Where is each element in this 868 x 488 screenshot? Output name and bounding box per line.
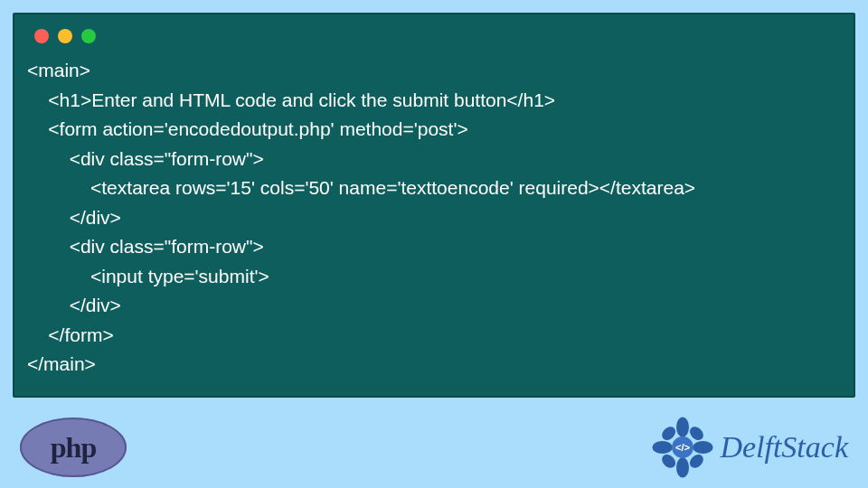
delftstack-badge-icon: </> bbox=[651, 416, 714, 479]
svg-point-2 bbox=[676, 457, 689, 477]
svg-point-3 bbox=[653, 441, 673, 454]
delftstack-badge-text: </> bbox=[675, 442, 691, 453]
delftstack-logo: </> DelftStack bbox=[651, 416, 848, 479]
delftstack-text: DelftStack bbox=[720, 430, 848, 465]
svg-point-4 bbox=[693, 441, 713, 454]
maximize-icon bbox=[81, 29, 96, 43]
close-icon bbox=[34, 29, 49, 43]
code-content: <main> <h1>Enter and HTML code and click… bbox=[27, 56, 841, 380]
php-logo: php bbox=[20, 418, 127, 477]
footer: php bbox=[0, 407, 868, 488]
php-logo-text: php bbox=[51, 431, 96, 465]
minimize-icon bbox=[58, 29, 72, 43]
window-controls bbox=[34, 29, 841, 43]
svg-point-1 bbox=[676, 417, 689, 436]
code-block: <main> <h1>Enter and HTML code and click… bbox=[13, 13, 855, 398]
